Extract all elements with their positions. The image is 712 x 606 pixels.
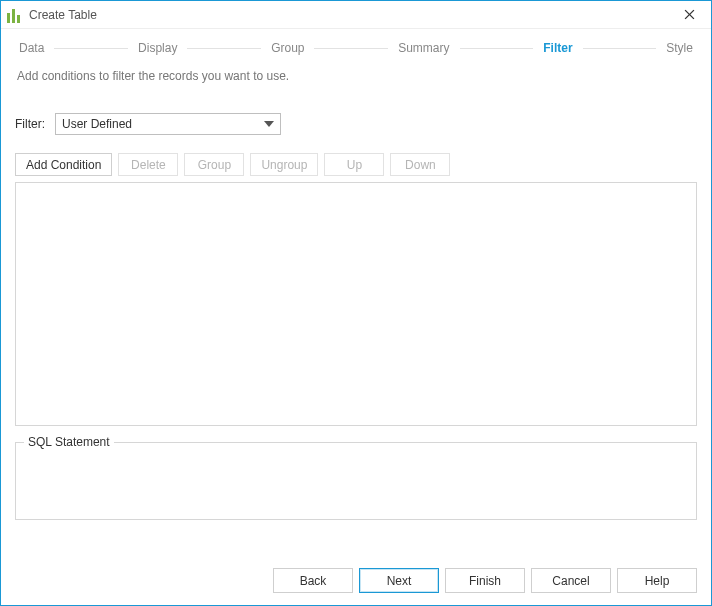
next-button[interactable]: Next xyxy=(359,568,439,593)
content-area: Filter: User Defined Add Condition Delet… xyxy=(1,95,711,556)
close-button[interactable] xyxy=(673,3,705,27)
footer-buttons: Back Next Finish Cancel Help xyxy=(1,556,711,605)
step-separator xyxy=(314,48,388,49)
down-button: Down xyxy=(390,153,450,176)
step-group[interactable]: Group xyxy=(267,39,308,57)
titlebar: Create Table xyxy=(1,1,711,29)
step-subtitle: Add conditions to filter the records you… xyxy=(1,63,711,95)
dialog-window: Create Table Data Display Group Summary … xyxy=(0,0,712,606)
back-button[interactable]: Back xyxy=(273,568,353,593)
step-style[interactable]: Style xyxy=(662,39,697,57)
delete-button: Delete xyxy=(118,153,178,176)
filter-combo[interactable]: User Defined xyxy=(55,113,281,135)
help-button[interactable]: Help xyxy=(617,568,697,593)
filter-row: Filter: User Defined xyxy=(15,113,697,135)
step-data[interactable]: Data xyxy=(15,39,48,57)
step-separator xyxy=(460,48,534,49)
up-button: Up xyxy=(324,153,384,176)
conditions-list[interactable] xyxy=(15,182,697,426)
add-condition-button[interactable]: Add Condition xyxy=(15,153,112,176)
step-separator xyxy=(187,48,261,49)
filter-label: Filter: xyxy=(15,117,45,131)
chevron-down-icon xyxy=(262,117,276,131)
filter-combo-value: User Defined xyxy=(62,117,132,131)
close-icon xyxy=(684,9,695,20)
window-title: Create Table xyxy=(29,8,97,22)
step-separator xyxy=(583,48,657,49)
ungroup-button: Ungroup xyxy=(250,153,318,176)
sql-statement-label: SQL Statement xyxy=(24,435,114,449)
group-button: Group xyxy=(184,153,244,176)
app-icon xyxy=(7,7,23,23)
sql-statement-group: SQL Statement xyxy=(15,442,697,520)
finish-button[interactable]: Finish xyxy=(445,568,525,593)
step-filter[interactable]: Filter xyxy=(539,39,576,57)
wizard-steps: Data Display Group Summary Filter Style xyxy=(1,29,711,63)
step-summary[interactable]: Summary xyxy=(394,39,453,57)
condition-toolbar: Add Condition Delete Group Ungroup Up Do… xyxy=(15,153,697,176)
step-display[interactable]: Display xyxy=(134,39,181,57)
cancel-button[interactable]: Cancel xyxy=(531,568,611,593)
step-separator xyxy=(54,48,128,49)
svg-marker-2 xyxy=(264,121,274,127)
